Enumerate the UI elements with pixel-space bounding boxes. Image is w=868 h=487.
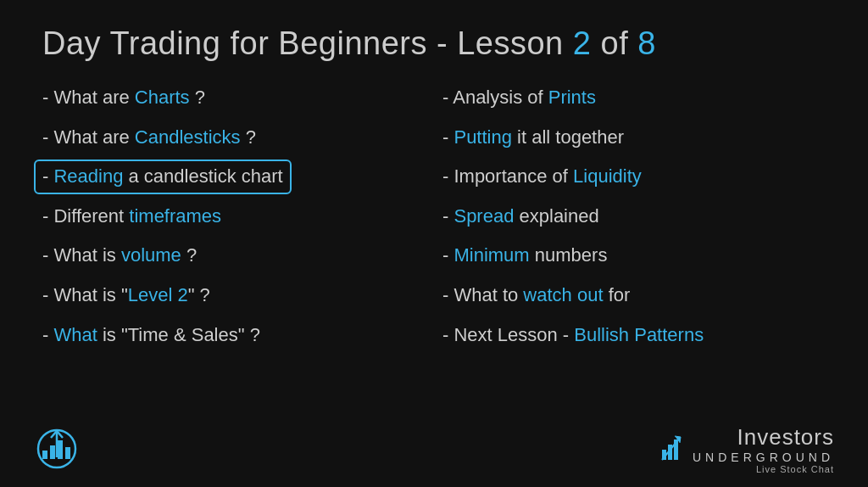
logo-underground: UNDERGROUND [693,451,834,464]
title-number: 2 [573,25,592,61]
minimum-highlight: Minimum [453,244,529,266]
title-total: 8 [637,25,656,61]
item-prints: - Analysis of Prints [442,86,826,110]
charts-highlight: Charts [135,87,190,108]
reading-boxed: - Reading a candlestick chart [42,165,283,189]
item-timeframes: - Different timeframes [42,204,426,229]
item-charts: - What are Charts ? [42,86,426,110]
left-column: - What are Charts ? - What are Candlesti… [42,86,426,347]
logo-right: Investors UNDERGROUND Live Stock Chat [660,424,834,474]
item-liquidity: - Importance of Liquidity [442,165,826,189]
liquidity-highlight: Liquidity [573,165,642,187]
item-watchout: - What to watch out for [442,283,826,308]
item-volume: - What is volume ? [42,244,426,268]
item-reading: - Reading a candlestick chart [42,165,426,189]
bullish-patterns-highlight: Bullish Patterns [574,324,704,345]
candlesticks-highlight: Candlesticks [135,126,241,148]
item-nextlesson: - Next Lesson - Bullish Patterns [442,323,826,348]
timeframes-highlight: timeframes [129,205,221,227]
title-prefix: Day Trading for Beginners - Lesson [42,25,573,61]
item-timesales: - What is "Time & Sales" ? [42,323,426,348]
prints-highlight: Prints [548,87,596,108]
level2-highlight: Level 2 [128,284,188,305]
svg-rect-4 [65,447,70,459]
spread-highlight: Spread [453,205,514,227]
item-level2: - What is "Level 2" ? [42,283,426,308]
volume-highlight: volume [121,244,181,266]
content-area: - What are Charts ? - What are Candlesti… [42,86,826,347]
item-spread: - Spread explained [442,204,826,229]
iu-icon [660,434,686,465]
svg-rect-1 [42,451,47,459]
logo-left [34,425,81,472]
item-putting: - Putting it all together [442,126,826,150]
logo-investors: Investors [693,424,834,451]
slide: Day Trading for Beginners - Lesson 2 of … [0,0,868,487]
reading-highlight: Reading [53,165,123,187]
slide-title: Day Trading for Beginners - Lesson 2 of … [42,25,826,62]
what-highlight: What [53,324,97,345]
watchout-highlight: watch out [523,284,603,305]
svg-rect-2 [50,445,55,459]
item-minimum: - Minimum numbers [442,244,826,268]
logo-livestockchat: Live Stock Chat [693,464,834,474]
svg-rect-3 [58,440,63,459]
logo-left-icon [34,425,81,472]
putting-highlight: Putting [453,126,512,148]
right-column: - Analysis of Prints - Putting it all to… [426,86,826,347]
title-middle: of [591,25,637,61]
item-candlesticks: - What are Candlesticks ? [42,126,426,150]
